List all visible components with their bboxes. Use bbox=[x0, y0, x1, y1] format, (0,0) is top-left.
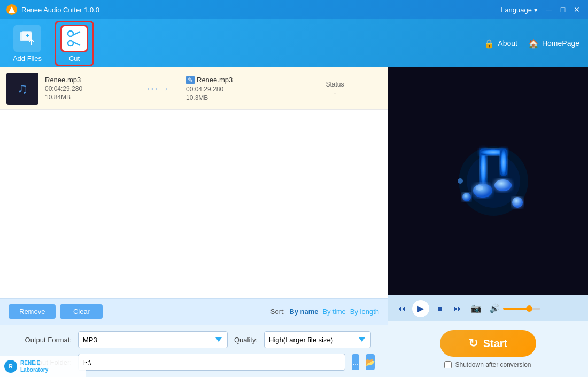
homepage-button[interactable]: 🏠 HomePage bbox=[528, 38, 579, 49]
svg-point-14 bbox=[473, 184, 492, 198]
cut-icon bbox=[60, 25, 88, 52]
toolbar: Add Files Cut 🔒 About 🏠 HomePage bbox=[0, 19, 588, 67]
about-icon: 🔒 bbox=[484, 38, 494, 49]
cut-label: Cut bbox=[69, 54, 80, 62]
music-note-icon: ♫ bbox=[17, 80, 28, 97]
output-duration: 00:04:29.280 bbox=[186, 85, 282, 93]
sort-by-length[interactable]: By length bbox=[350, 308, 379, 316]
start-button[interactable]: ↻ Start bbox=[440, 330, 536, 357]
branding: R RENE.E Laboratory bbox=[0, 356, 86, 377]
sort-by-time[interactable]: By time bbox=[322, 308, 345, 316]
maximize-button[interactable]: □ bbox=[558, 5, 568, 14]
browse-button[interactable]: ... bbox=[352, 354, 359, 370]
output-info: ✎ Renee.mp3 00:04:29.280 10.3MB bbox=[186, 76, 282, 101]
volume-icon: 🔊 bbox=[489, 303, 500, 313]
left-panel: ♫ Renee.mp3 00:04:29.280 10.84MB ⋯→ ✎ Re… bbox=[0, 67, 388, 377]
file-list: ♫ Renee.mp3 00:04:29.280 10.84MB ⋯→ ✎ Re… bbox=[0, 67, 388, 298]
table-row[interactable]: ♫ Renee.mp3 00:04:29.280 10.84MB ⋯→ ✎ Re… bbox=[0, 67, 388, 110]
stop-icon: ■ bbox=[437, 304, 443, 313]
sort-area: Sort: By name By time By length bbox=[270, 308, 379, 316]
format-select[interactable]: MP3 AAC WAV FLAC OGG WMA bbox=[78, 331, 228, 348]
skip-back-icon: ⏮ bbox=[397, 304, 406, 313]
shutdown-checkbox[interactable] bbox=[444, 361, 452, 368]
camera-button[interactable]: 📷 bbox=[469, 301, 484, 316]
quality-select[interactable]: High(Larger file size) Medium Low bbox=[264, 331, 371, 348]
sort-by-name[interactable]: By name bbox=[289, 308, 318, 316]
refresh-icon: ↻ bbox=[468, 336, 478, 350]
play-button[interactable]: ▶ bbox=[412, 300, 429, 317]
music-note-visual bbox=[435, 128, 541, 234]
folder-input[interactable] bbox=[78, 354, 345, 371]
language-selector[interactable]: Language ▾ bbox=[501, 6, 538, 14]
clear-button[interactable]: Clear bbox=[60, 304, 103, 319]
homepage-icon: 🏠 bbox=[528, 38, 539, 49]
about-button[interactable]: 🔒 About bbox=[484, 38, 517, 49]
shutdown-row: Shutdown after conversion bbox=[444, 361, 531, 368]
title-bar: Renee Audio Cutter 1.0.0 Language ▾ ─ □ … bbox=[0, 0, 588, 19]
brand-text: RENE.E Laboratory bbox=[20, 359, 48, 373]
right-panel: ⏮ ▶ ■ ⏭ 📷 🔊 ↻ bbox=[388, 67, 588, 377]
volume-thumb bbox=[526, 305, 532, 312]
close-button[interactable]: ✕ bbox=[572, 5, 582, 14]
status-area: Status - bbox=[289, 81, 381, 97]
add-files-icon bbox=[13, 25, 41, 52]
skip-back-button[interactable]: ⏮ bbox=[394, 301, 409, 316]
svg-point-15 bbox=[494, 179, 512, 191]
volume-control: 🔊 bbox=[489, 303, 540, 313]
source-filename: Renee.mp3 bbox=[45, 76, 130, 84]
status-label: Status bbox=[289, 81, 381, 88]
remove-button[interactable]: Remove bbox=[9, 304, 56, 319]
brand-logo: R bbox=[4, 360, 17, 373]
app-title: Renee Audio Cutter 1.0.0 bbox=[21, 6, 501, 14]
status-value: - bbox=[289, 89, 381, 97]
arrow-right-icon: ⋯→ bbox=[146, 82, 170, 96]
sort-label: Sort: bbox=[270, 308, 285, 316]
play-icon: ▶ bbox=[417, 303, 424, 313]
minimize-button[interactable]: ─ bbox=[544, 5, 554, 14]
open-folder-icon: 📂 bbox=[366, 358, 375, 366]
app-logo bbox=[6, 4, 17, 15]
svg-point-18 bbox=[512, 197, 523, 208]
volume-slider[interactable] bbox=[503, 308, 540, 310]
svg-point-6 bbox=[68, 41, 73, 46]
format-label: Output Format: bbox=[13, 336, 72, 344]
svg-point-16 bbox=[476, 185, 483, 191]
stop-button[interactable]: ■ bbox=[432, 301, 447, 316]
svg-point-5 bbox=[68, 31, 73, 36]
skip-forward-icon: ⏭ bbox=[454, 304, 462, 313]
svg-rect-13 bbox=[500, 149, 507, 176]
main-area: ♫ Renee.mp3 00:04:29.280 10.84MB ⋯→ ✎ Re… bbox=[0, 67, 588, 377]
toolbar-right: 🔒 About 🏠 HomePage bbox=[484, 38, 579, 49]
add-files-button[interactable]: Add Files bbox=[9, 25, 46, 62]
quality-label: Quality: bbox=[234, 336, 258, 344]
source-filesize: 10.84MB bbox=[45, 93, 130, 101]
arrow-area: ⋯→ bbox=[137, 82, 180, 96]
camera-icon: 📷 bbox=[471, 303, 482, 313]
output-filesize: 10.3MB bbox=[186, 94, 282, 101]
svg-point-17 bbox=[462, 193, 471, 201]
source-duration: 00:04:29.280 bbox=[45, 85, 130, 92]
svg-point-10 bbox=[467, 154, 520, 208]
bottom-controls: Remove Clear Sort: By name By time By le… bbox=[0, 298, 388, 325]
svg-point-19 bbox=[458, 178, 463, 184]
start-area: ↻ Start Shutdown after conversion bbox=[388, 321, 588, 377]
shutdown-label: Shutdown after conversion bbox=[455, 361, 531, 368]
format-row: Output Format: MP3 AAC WAV FLAC OGG WMA … bbox=[13, 331, 375, 348]
output-filename: Renee.mp3 bbox=[197, 76, 233, 84]
output-filename-row: ✎ Renee.mp3 bbox=[186, 76, 282, 84]
start-label: Start bbox=[483, 337, 508, 350]
file-thumbnail: ♫ bbox=[6, 73, 38, 105]
edit-icon: ✎ bbox=[186, 76, 195, 84]
music-visual bbox=[435, 128, 541, 234]
window-controls: ─ □ ✕ bbox=[544, 5, 582, 14]
open-folder-button[interactable]: 📂 bbox=[366, 354, 375, 370]
source-info: Renee.mp3 00:04:29.280 10.84MB bbox=[45, 76, 130, 101]
preview-area bbox=[388, 67, 588, 295]
cut-button[interactable]: Cut bbox=[55, 21, 94, 66]
skip-forward-button[interactable]: ⏭ bbox=[451, 301, 466, 316]
svg-marker-0 bbox=[9, 6, 15, 13]
add-files-label: Add Files bbox=[13, 54, 42, 62]
player-controls: ⏮ ▶ ■ ⏭ 📷 🔊 bbox=[388, 295, 588, 321]
